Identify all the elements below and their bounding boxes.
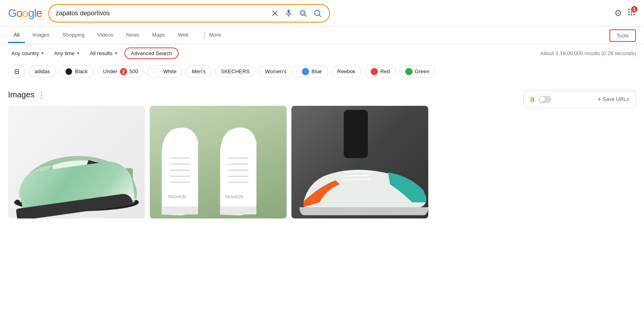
tab-images[interactable]: Images: [27, 28, 55, 43]
image-grid: FASHION FASHION: [8, 106, 515, 218]
shoe2-svg: FASHION FASHION: [150, 106, 287, 218]
chip-blue[interactable]: Blue: [296, 65, 328, 78]
search-bar: [48, 4, 330, 23]
svg-rect-16: [631, 14, 632, 16]
svg-rect-15: [628, 14, 630, 16]
time-filter[interactable]: Any time ▼: [51, 49, 83, 58]
section-header: Images ⋮: [8, 90, 515, 99]
header: Google: [0, 0, 644, 27]
tab-web[interactable]: Web: [172, 28, 194, 43]
country-filter[interactable]: Any country ▼: [8, 49, 48, 58]
chip-white-label: White: [163, 68, 176, 74]
shoe3-svg: [291, 106, 428, 218]
results-filter[interactable]: All results ▼: [87, 49, 121, 58]
tools-button[interactable]: Tools: [609, 29, 636, 42]
save-urls-button[interactable]: + Save URLs: [597, 96, 629, 103]
chip-mens-label: Men's: [192, 68, 205, 74]
notification-badge: 1: [631, 6, 638, 12]
blue-swatch: [302, 68, 309, 75]
shoe1-svg: [8, 106, 145, 218]
settings-button[interactable]: ⚙: [614, 8, 622, 19]
save-urls-left: a: [530, 95, 551, 104]
plus-icon: +: [597, 96, 601, 103]
save-urls-bar: a + Save URLs: [523, 90, 636, 108]
time-dropdown-arrow: ▼: [76, 51, 80, 56]
svg-rect-19: [125, 168, 133, 192]
chip-under500-label: Under: [103, 68, 117, 74]
google-logo: Google: [8, 7, 42, 20]
filter-sliders-icon: ⊟: [14, 68, 19, 75]
svg-line-6: [305, 15, 306, 16]
chip-red[interactable]: Red: [365, 65, 396, 78]
results-dropdown-arrow: ▼: [114, 51, 118, 56]
tab-videos[interactable]: Videos: [92, 28, 119, 43]
chip-womens[interactable]: Women's: [259, 66, 293, 77]
save-urls-label: Save URLs: [603, 96, 629, 102]
image-2: FASHION FASHION: [150, 106, 287, 218]
clear-button[interactable]: [270, 9, 279, 18]
chip-green-label: Green: [415, 68, 429, 74]
green-swatch: [405, 68, 413, 75]
chip-white[interactable]: White: [147, 65, 182, 78]
white-swatch: [153, 68, 161, 75]
chip-under500-amount: 500: [130, 68, 138, 74]
tab-more[interactable]: ⋮ More: [196, 27, 227, 44]
orange-a-icon: a: [530, 95, 535, 104]
mic-button[interactable]: [283, 8, 294, 19]
red-swatch: [371, 68, 378, 75]
svg-point-4: [302, 11, 303, 12]
main-content: Images ⋮: [0, 82, 644, 227]
results-count: About 3,18,00,000 results (0.29 seconds): [540, 50, 636, 56]
tab-maps[interactable]: Maps: [147, 28, 171, 43]
chip-red-label: Red: [380, 68, 390, 74]
black-swatch: [65, 68, 72, 75]
chip-womens-label: Women's: [265, 68, 287, 74]
toggle-switch[interactable]: [539, 96, 551, 103]
svg-point-18: [14, 194, 139, 211]
chip-adidas-label: adidas: [35, 68, 50, 74]
results-section: Images ⋮: [8, 90, 515, 218]
chip-reebok[interactable]: Reebok: [331, 66, 361, 77]
image-3: [291, 106, 428, 218]
svg-text:FASHION: FASHION: [168, 195, 186, 199]
chip-under500[interactable]: Under 2 500: [97, 65, 144, 78]
svg-rect-17: [634, 14, 635, 16]
svg-point-5: [304, 12, 305, 13]
apps-wrapper: 1: [627, 8, 636, 19]
filter-icon-chip[interactable]: ⊟: [8, 65, 25, 78]
svg-point-20: [17, 195, 136, 203]
chip-reebok-label: Reebok: [337, 68, 355, 74]
section-title: Images: [8, 90, 35, 99]
toggle-knob: [539, 97, 545, 102]
svg-rect-33: [344, 110, 368, 158]
svg-text:FASHION: FASHION: [225, 195, 243, 199]
section-more-button[interactable]: ⋮: [38, 91, 45, 99]
search-icons: [270, 8, 323, 19]
image-card-3[interactable]: [291, 106, 428, 218]
chip-black[interactable]: Black: [59, 65, 94, 78]
chips-row: ⊟ adidas Black Under 2 500 White Men's S…: [0, 62, 644, 82]
chip-skechers-label: SKECHERS: [221, 68, 250, 74]
image-card-2[interactable]: FASHION FASHION: [150, 106, 287, 218]
tab-all[interactable]: All: [8, 28, 25, 43]
chip-black-label: Black: [75, 68, 88, 74]
chip-adidas[interactable]: adidas: [29, 66, 56, 77]
chip-green[interactable]: Green: [399, 65, 436, 78]
svg-point-3: [301, 11, 304, 14]
nav-tabs: All Images Shopping Videos News Maps Web…: [0, 27, 644, 44]
lens-button[interactable]: [298, 8, 308, 19]
image-card-1[interactable]: [8, 106, 145, 218]
svg-rect-9: [628, 9, 630, 10]
image-1: [8, 106, 145, 218]
svg-line-8: [319, 15, 321, 17]
search-button[interactable]: [312, 8, 323, 19]
filter-bar: Any country ▼ Any time ▼ All results ▼ A…: [0, 44, 644, 62]
chip-badge-2: 2: [120, 68, 127, 75]
search-input[interactable]: [56, 10, 266, 17]
tab-shopping[interactable]: Shopping: [57, 28, 90, 43]
chip-skechers[interactable]: SKECHERS: [215, 66, 256, 77]
country-dropdown-arrow: ▼: [41, 51, 45, 56]
chip-mens[interactable]: Men's: [186, 66, 211, 77]
advanced-search-button[interactable]: Advanced Search: [124, 47, 179, 59]
tab-news[interactable]: News: [121, 28, 145, 43]
